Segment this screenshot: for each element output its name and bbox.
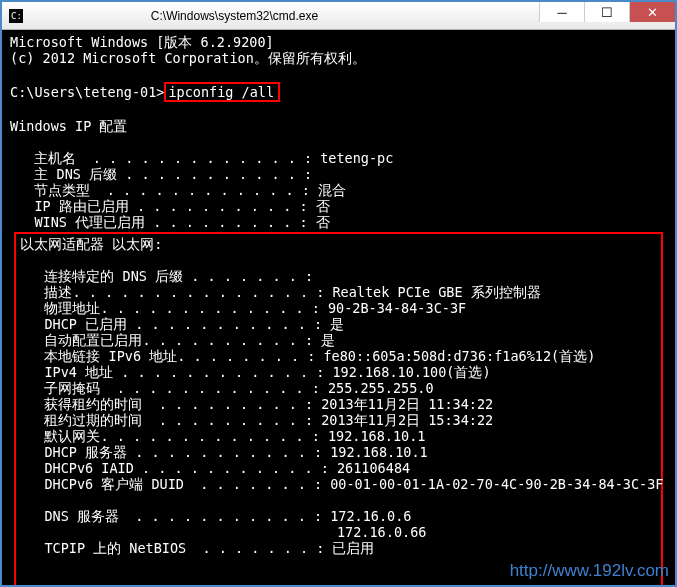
cfg2-15: DNS 服务器 . . . . . . . . . . . : 172.16.0… [20, 508, 412, 524]
cmd-window: C: C:\Windows\system32\cmd.exe ─ ☐ ✕ Mic… [0, 0, 677, 587]
cfg1-2: 节点类型 . . . . . . . . . . . . : 混合 [10, 182, 346, 198]
titlebar: C: C:\Windows\system32\cmd.exe ─ ☐ ✕ [2, 2, 675, 30]
header-line-2: (c) 2012 Microsoft Corporation。保留所有权利。 [10, 50, 366, 66]
cfg2-13: DHCPv6 客户端 DUID . . . . . . . : 00-01-00… [20, 476, 663, 492]
maximize-button[interactable]: ☐ [584, 2, 629, 22]
cfg2-6: IPv4 地址 . . . . . . . . . . . . : 192.16… [20, 364, 491, 380]
cfg2-16: 172.16.0.66 [20, 524, 426, 540]
prompt: C:\Users\teteng-01> [10, 84, 164, 100]
cfg2-11: DHCP 服务器 . . . . . . . . . . . : 192.168… [20, 444, 428, 460]
cfg2-17: TCPIP 上的 NetBIOS . . . . . . . : 已启用 [20, 540, 374, 556]
minimize-button[interactable]: ─ [539, 2, 584, 22]
cfg2-7: 子网掩码 . . . . . . . . . . . . : 255.255.2… [20, 380, 434, 396]
cfg1-4: WINS 代理已启用 . . . . . . . . . : 否 [10, 214, 330, 230]
cfg1-0: 主机名 . . . . . . . . . . . . . : teteng-p… [10, 150, 393, 166]
ethernet-highlight-box: 以太网适配器 以太网: 连接特定的 DNS 后缀 . . . . . . . :… [14, 232, 663, 587]
command-text: ipconfig /all [168, 84, 274, 100]
terminal-output[interactable]: Microsoft Windows [版本 6.2.9200] (c) 2012… [2, 30, 675, 587]
cfg2-3: DHCP 已启用 . . . . . . . . . . . : 是 [20, 316, 344, 332]
cfg2-12: DHCPv6 IAID . . . . . . . . . . . : 2611… [20, 460, 410, 476]
cfg2-1: 描述. . . . . . . . . . . . . . . : Realte… [20, 284, 541, 300]
cfg2-5: 本地链接 IPv6 地址. . . . . . . . : fe80::605a… [20, 348, 595, 364]
command-highlight: ipconfig /all [164, 82, 280, 102]
cfg2-10: 默认网关. . . . . . . . . . . . . : 192.168.… [20, 428, 426, 444]
cfg2-4: 自动配置已启用. . . . . . . . . . : 是 [20, 332, 335, 348]
section-ethernet: 以太网适配器 以太网: [20, 236, 162, 252]
cfg1-3: IP 路由已启用 . . . . . . . . . . : 否 [10, 198, 330, 214]
cfg2-9: 租约过期的时间 . . . . . . . . . : 2013年11月2日 1… [20, 412, 493, 428]
window-title: C:\Windows\system32\cmd.exe [30, 9, 539, 23]
cfg2-8: 获得租约的时间 . . . . . . . . . : 2013年11月2日 1… [20, 396, 493, 412]
svg-text:C:: C: [11, 11, 22, 21]
header-line-1: Microsoft Windows [版本 6.2.9200] [10, 34, 274, 50]
cmd-icon: C: [8, 8, 24, 24]
window-controls: ─ ☐ ✕ [539, 2, 675, 29]
cfg2-2: 物理地址. . . . . . . . . . . . . : 90-2B-34… [20, 300, 466, 316]
cfg2-0: 连接特定的 DNS 后缀 . . . . . . . : [20, 268, 321, 284]
cfg1-1: 主 DNS 后缀 . . . . . . . . . . . : [10, 166, 320, 182]
close-button[interactable]: ✕ [629, 2, 675, 22]
section-ip-config: Windows IP 配置 [10, 118, 127, 134]
